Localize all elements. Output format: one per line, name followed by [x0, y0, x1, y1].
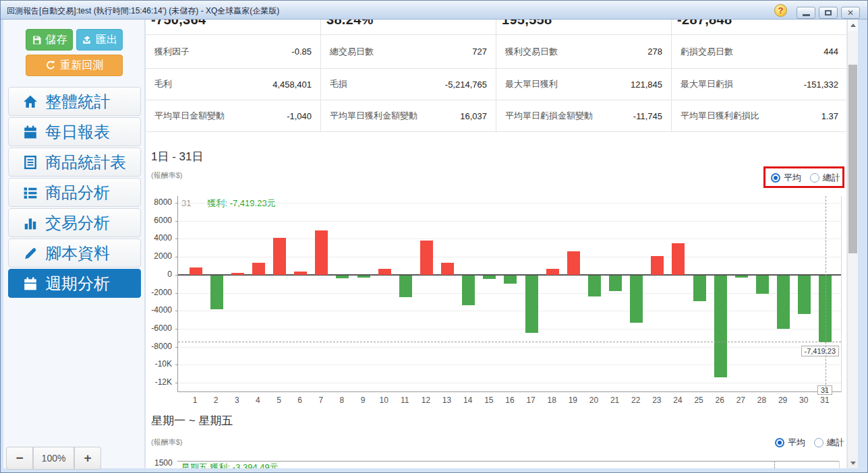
- zoom-out-button[interactable]: −: [6, 447, 33, 470]
- x-tick-label: 15: [480, 396, 498, 405]
- minimize-icon: [803, 14, 810, 16]
- bar-day-4: [252, 263, 265, 275]
- stat-value: 727: [472, 46, 487, 57]
- refresh-icon: [45, 60, 56, 71]
- bar-day-15: [483, 276, 496, 279]
- zoom-in-button[interactable]: +: [74, 447, 101, 470]
- bar-day-6: [294, 272, 307, 274]
- gridline: [178, 221, 841, 222]
- bar-day-2: [210, 276, 223, 309]
- stat-label: 平均單日獲利虧損比: [681, 110, 759, 122]
- table-cell: 虧損交易日數444: [672, 35, 847, 68]
- x-tick-label: 12: [416, 396, 435, 405]
- sidebar-item-cycle-analysis[interactable]: 週期分析: [8, 269, 141, 298]
- x-tick-label: 6: [291, 396, 310, 405]
- save-button[interactable]: 儲存: [26, 29, 73, 51]
- sidebar-item-label: 每日報表: [45, 121, 110, 143]
- x-tick-label: 28: [753, 396, 772, 405]
- sidebar-item-overall-stats[interactable]: 整體統計: [8, 87, 141, 116]
- rerun-backtest-button[interactable]: 重新回測: [26, 55, 123, 76]
- calendar-icon: [23, 276, 38, 291]
- daily-chart-plot: 31獲利: -7,419.23元 -7,419.23 31: [177, 196, 842, 392]
- stat-big-value: -287,848: [677, 20, 732, 28]
- sidebar-item-script-data[interactable]: 腳本資料: [8, 239, 141, 267]
- bar-day-1: [190, 267, 202, 275]
- stat-big-value: 38.24%: [326, 20, 374, 28]
- scrollbar-up-button[interactable]: [848, 20, 858, 31]
- radio-total-label: 總計: [827, 437, 844, 449]
- bar-day-25: [693, 276, 706, 302]
- save-icon: [32, 35, 42, 45]
- sidebar-item-product-analysis[interactable]: 商品分析: [8, 178, 141, 207]
- y-tick-label: 4000: [146, 233, 172, 243]
- x-tick-label: 27: [731, 396, 750, 405]
- bar-day-19: [567, 251, 580, 275]
- y-tick-mark: [175, 293, 178, 294]
- x-tick-label: 31: [815, 396, 834, 405]
- bar-day-30: [798, 276, 811, 315]
- stat-label: 平均單日虧損金額變動: [505, 110, 593, 122]
- y-tick-label: 0: [146, 270, 172, 279]
- bar-day-9: [357, 276, 370, 278]
- bar-day-28: [756, 276, 769, 294]
- table-cell: 毛損-5,214,765: [321, 69, 496, 100]
- bar-day-11: [399, 276, 412, 297]
- stat-label: 平均單日金額變動: [154, 110, 225, 122]
- stat-value: 1.37: [821, 111, 838, 121]
- weekly-chart-partial: 1500 星期五 獲利: -3,394.49元: [146, 455, 847, 468]
- radio-total[interactable]: 總計: [814, 437, 844, 449]
- bar-day-29: [777, 276, 790, 329]
- radio-average-label: 平均: [788, 437, 805, 449]
- daily-mode-radio-group: 平均 總計: [771, 172, 840, 184]
- radio-average[interactable]: 平均: [775, 437, 805, 449]
- stat-value: -0.85: [291, 46, 312, 57]
- scrollbar-thumb[interactable]: [848, 65, 857, 253]
- backtest-report-window: 回測報告[自動交易]:test (執行時間:15:46:14') (未儲存) -…: [0, 0, 868, 473]
- bar-day-23: [651, 256, 664, 275]
- sidebar-item-daily-report[interactable]: 每日報表: [8, 117, 141, 146]
- x-tick-label: 16: [500, 396, 519, 405]
- minimize-button[interactable]: [797, 7, 815, 19]
- export-button[interactable]: 匯出: [76, 29, 123, 51]
- stat-label: 虧損交易日數: [681, 46, 733, 58]
- radio-total-icon: [814, 438, 823, 447]
- x-tick-label: 8: [332, 396, 351, 405]
- sidebar-item-label: 腳本資料: [45, 243, 110, 264]
- weekly-chart-tooltip: 星期五 獲利: -3,394.49元: [181, 462, 279, 468]
- table-cell: 獲利交易日數278: [496, 35, 672, 68]
- table-cell: 195,558: [496, 20, 672, 34]
- maximize-button[interactable]: [819, 7, 838, 19]
- sidebar-item-product-stats-table[interactable]: 商品統計表: [8, 148, 141, 177]
- y-tick-mark: [175, 329, 178, 329]
- radio-average[interactable]: 平均: [771, 172, 801, 184]
- stat-label: 最大單日虧損: [681, 78, 733, 90]
- bar-day-7: [315, 230, 328, 275]
- gridline: [178, 329, 841, 329]
- x-tick-label: 13: [438, 396, 457, 405]
- x-tick-label: 19: [563, 396, 582, 405]
- close-button[interactable]: ✕: [841, 7, 860, 19]
- table-row: 平均單日金額變動-1,040 平均單日獲利金額變動16,037 平均單日虧損金額…: [146, 100, 847, 132]
- export-button-label: 匯出: [96, 33, 117, 47]
- y-tick-mark: [175, 221, 178, 222]
- gridline: [178, 311, 841, 311]
- bar-day-10: [378, 269, 391, 275]
- help-button[interactable]: ?: [774, 4, 787, 17]
- y-tick-label: 2000: [146, 251, 172, 261]
- arrow-up-icon: [850, 24, 856, 27]
- stat-label: 獲利因子: [154, 46, 190, 58]
- x-tick-label: 22: [627, 396, 645, 405]
- home-icon: [23, 94, 38, 109]
- sidebar-item-trade-analysis[interactable]: 交易分析: [8, 208, 141, 237]
- sidebar-item-label: 整體統計: [45, 91, 110, 113]
- vertical-scrollbar[interactable]: [848, 20, 858, 468]
- table-cell: -287,848: [672, 20, 847, 34]
- weekly-chart-right-border: [839, 461, 840, 468]
- stat-big-value: 195,558: [502, 20, 552, 28]
- table-row: 獲利因子-0.85 總交易日數727 獲利交易日數278 虧損交易日數444: [146, 35, 847, 69]
- bar-day-16: [504, 276, 517, 284]
- stat-value: -151,332: [804, 80, 838, 90]
- scrollbar-down-button[interactable]: [848, 458, 858, 468]
- radio-total[interactable]: 總計: [810, 172, 840, 184]
- bar-chart-icon: [23, 216, 38, 230]
